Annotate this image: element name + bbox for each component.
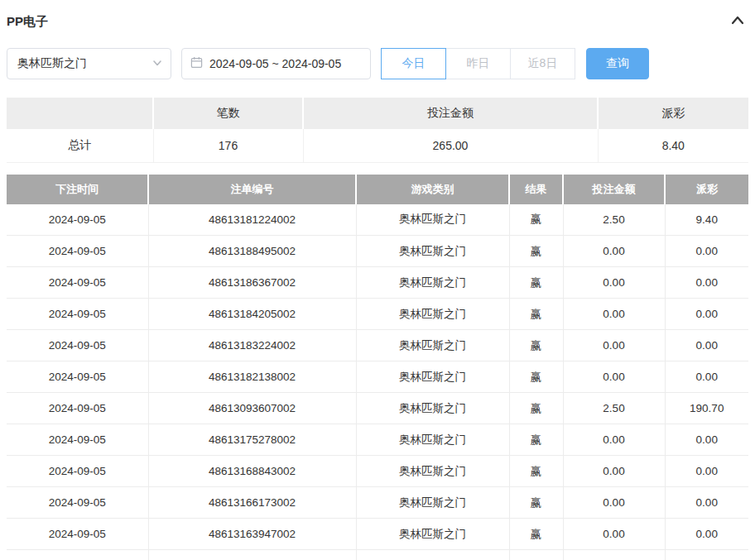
order-id-cell (148, 550, 356, 560)
records-header-row: 下注时间 注单编号 游戏类别 结果 投注金额 派彩 (7, 175, 748, 204)
panel-header: PP电子 (7, 12, 748, 31)
game-select[interactable]: 奥林匹斯之门 (7, 48, 171, 79)
result-cell: 赢 (509, 236, 563, 267)
result-cell: 赢 (509, 330, 563, 361)
records-table: 下注时间 注单编号 游戏类别 结果 投注金额 派彩 2024-09-054861… (7, 175, 748, 560)
table-row: 2024-09-0548613093607002奥林匹斯之门赢2.50190.7… (7, 393, 748, 424)
last-8-days-button[interactable]: 近8日 (510, 48, 575, 79)
summary-header-row: 笔数 投注金额 派彩 (7, 98, 748, 129)
records-header-result: 结果 (509, 175, 563, 204)
bet-amount-cell: 2.50 (563, 393, 665, 424)
result-cell: 赢 (509, 299, 563, 330)
table-row: 2024-09-0548613184205002奥林匹斯之门赢0.000.00 (7, 299, 748, 330)
bet-amount-cell (563, 550, 665, 560)
summary-total-label: 总计 (7, 129, 153, 162)
summary-total-count: 176 (153, 129, 303, 162)
bet-amount-cell: 0.00 (563, 519, 665, 550)
yesterday-button[interactable]: 昨日 (445, 48, 511, 79)
table-row: 2024-09-0548613182138002奥林匹斯之门赢0.000.00 (7, 361, 748, 393)
records-header-game-type: 游戏类别 (356, 175, 509, 204)
bet-amount-cell: 0.00 (563, 330, 665, 361)
result-cell: 赢 (509, 393, 563, 424)
order-id-cell: 48613166173002 (148, 487, 356, 519)
payout-cell: 0.00 (665, 424, 748, 456)
bet-time-cell: 2024-09-05 (7, 236, 148, 267)
filter-bar: 奥林匹斯之门 2024-09-05 ~ 2024-09-05 今日 昨日 近8日… (7, 48, 748, 79)
payout-cell: 0.00 (665, 487, 748, 519)
result-cell: 赢 (509, 267, 563, 299)
bet-time-cell: 2024-09-05 (7, 424, 148, 456)
bet-time-cell: 2024-09-05 (7, 393, 148, 424)
search-button[interactable]: 查询 (586, 48, 649, 79)
payout-cell: 0.00 (665, 299, 748, 330)
summary-header-blank (7, 98, 153, 129)
table-row: 2024-09-0548613188495002奥林匹斯之门赢0.000.00 (7, 236, 748, 267)
payout-cell: 0.00 (665, 267, 748, 299)
game-type-cell: 奥林匹斯之门 (356, 361, 509, 393)
bet-time-cell: 2024-09-05 (7, 330, 148, 361)
bet-time-cell (7, 550, 148, 560)
summary-total-payout: 8.40 (598, 129, 748, 162)
summary-header-bet-amount: 投注金额 (303, 98, 598, 129)
panel-title: PP电子 (7, 14, 48, 30)
summary-header-count: 笔数 (153, 98, 303, 129)
table-row: 2024-09-0548613186367002奥林匹斯之门赢0.000.00 (7, 267, 748, 299)
payout-cell: 0.00 (665, 236, 748, 267)
result-cell (509, 550, 563, 560)
order-id-cell: 48613182138002 (148, 361, 356, 393)
bet-amount-cell: 0.00 (563, 487, 665, 519)
order-id-cell: 48613183224002 (148, 330, 356, 361)
bet-amount-cell: 2.50 (563, 204, 665, 236)
payout-cell: 0.00 (665, 330, 748, 361)
calendar-icon (190, 56, 203, 71)
game-type-cell: 奥林匹斯之门 (356, 236, 509, 267)
today-button[interactable]: 今日 (381, 48, 446, 79)
order-id-cell: 48613168843002 (148, 456, 356, 487)
game-type-cell: 奥林匹斯之门 (356, 519, 509, 550)
payout-cell: 0.00 (665, 456, 748, 487)
bet-amount-cell: 0.00 (563, 299, 665, 330)
bet-time-cell: 2024-09-05 (7, 487, 148, 519)
result-cell: 赢 (509, 424, 563, 456)
bet-amount-cell: 0.00 (563, 236, 665, 267)
bet-time-cell: 2024-09-05 (7, 267, 148, 299)
order-id-cell: 48613184205002 (148, 299, 356, 330)
table-row: 2024-09-0548613175278002奥林匹斯之门赢0.000.00 (7, 424, 748, 456)
quick-date-button-group: 今日 昨日 近8日 (381, 48, 575, 79)
order-id-cell: 48613175278002 (148, 424, 356, 456)
summary-header-payout: 派彩 (598, 98, 748, 129)
game-type-cell: 奥林匹斯之门 (356, 267, 509, 299)
bet-time-cell: 2024-09-05 (7, 299, 148, 330)
result-cell: 赢 (509, 361, 563, 393)
result-cell: 赢 (509, 456, 563, 487)
order-id-cell: 48613188495002 (148, 236, 356, 267)
summary-total-row: 总计 176 265.00 8.40 (7, 129, 748, 162)
order-id-cell: 48613186367002 (148, 267, 356, 299)
result-cell: 赢 (509, 487, 563, 519)
payout-cell: 9.40 (665, 204, 748, 236)
order-id-cell: 48613181224002 (148, 204, 356, 236)
bet-amount-cell: 0.00 (563, 424, 665, 456)
result-cell: 赢 (509, 519, 563, 550)
table-row: 2024-09-0548613168843002奥林匹斯之门赢0.000.00 (7, 456, 748, 487)
bet-amount-cell: 0.00 (563, 267, 665, 299)
date-range-input[interactable]: 2024-09-05 ~ 2024-09-05 (181, 48, 371, 79)
game-type-cell (356, 550, 509, 560)
summary-table: 笔数 投注金额 派彩 总计 176 265.00 8.40 (7, 98, 748, 163)
bet-time-cell: 2024-09-05 (7, 519, 148, 550)
game-type-cell: 奥林匹斯之门 (356, 456, 509, 487)
game-type-cell: 奥林匹斯之门 (356, 487, 509, 519)
bet-amount-cell: 0.00 (563, 361, 665, 393)
payout-cell: 0.00 (665, 361, 748, 393)
collapse-button[interactable] (730, 14, 745, 30)
table-row-partial (7, 550, 748, 560)
game-type-cell: 奥林匹斯之门 (356, 393, 509, 424)
table-row: 2024-09-0548613163947002奥林匹斯之门赢0.000.00 (7, 519, 748, 550)
table-row: 2024-09-0548613166173002奥林匹斯之门赢0.000.00 (7, 487, 748, 519)
game-select-value: 奥林匹斯之门 (17, 56, 87, 71)
chevron-down-icon (152, 57, 162, 70)
game-type-cell: 奥林匹斯之门 (356, 299, 509, 330)
order-id-cell: 48613093607002 (148, 393, 356, 424)
bet-amount-cell: 0.00 (563, 456, 665, 487)
payout-cell (665, 550, 748, 560)
